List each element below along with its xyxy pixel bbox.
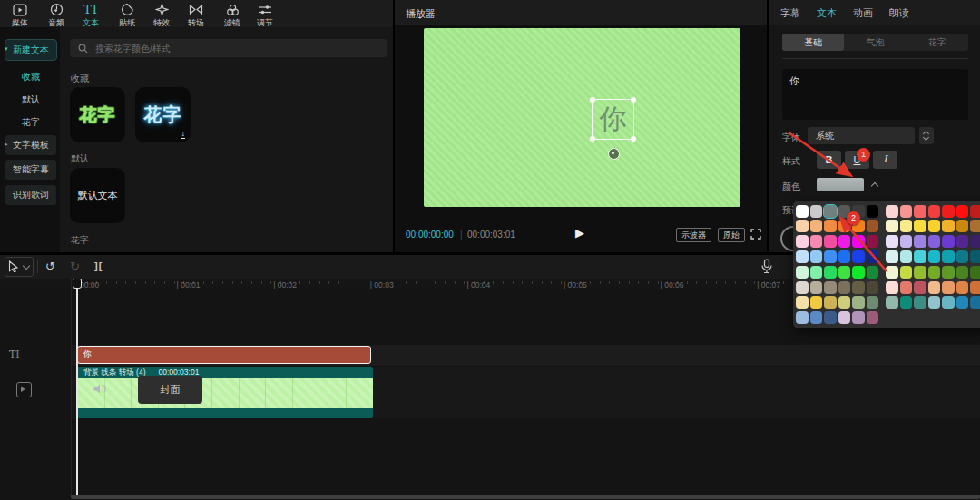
selection-handle[interactable] [631, 97, 636, 103]
tab-animation[interactable]: 动画 [853, 6, 873, 20]
palette-swatch[interactable] [852, 311, 865, 324]
palette-swatch[interactable] [867, 235, 879, 248]
palette-swatch[interactable] [956, 281, 969, 294]
palette-swatch[interactable] [838, 281, 851, 294]
text-clip[interactable]: 你 [77, 346, 371, 364]
playhead-line[interactable] [76, 287, 78, 495]
sidebar-item-favorites[interactable]: 收藏 [5, 67, 56, 87]
tab-audio[interactable]: 音频 [38, 2, 74, 29]
original-button[interactable]: 原始 [718, 228, 745, 242]
tab-media[interactable]: 媒体 [2, 2, 38, 29]
palette-swatch[interactable] [914, 281, 926, 294]
bold-button[interactable]: B [817, 151, 841, 169]
track-toggle-icon[interactable] [16, 382, 32, 397]
palette-swatch[interactable] [900, 220, 913, 232]
selection-handle[interactable] [631, 136, 636, 142]
palette-swatch[interactable] [838, 250, 851, 263]
palette-swatch[interactable] [956, 235, 969, 248]
palette-swatch[interactable] [886, 296, 898, 309]
font-dropdown[interactable]: 系统 [808, 127, 915, 144]
font-stepper[interactable] [919, 127, 934, 144]
tab-effects[interactable]: 特效 [143, 2, 180, 29]
palette-swatch[interactable] [900, 235, 913, 248]
palette-swatch[interactable] [956, 296, 969, 309]
palette-swatch[interactable] [928, 235, 941, 248]
palette-swatch[interactable] [810, 266, 823, 279]
split-button[interactable]: ][ [94, 258, 103, 274]
palette-swatch[interactable] [852, 266, 865, 279]
palette-swatch[interactable] [956, 220, 969, 232]
palette-swatch[interactable] [900, 296, 913, 309]
palette-swatch[interactable] [824, 250, 837, 263]
palette-swatch[interactable] [824, 220, 837, 232]
palette-swatch[interactable] [852, 250, 865, 263]
palette-swatch[interactable] [810, 281, 823, 294]
tab-sticker[interactable]: 贴纸 [109, 2, 145, 29]
tab-text-props[interactable]: 文本 [817, 6, 837, 20]
palette-swatch[interactable] [886, 266, 898, 279]
select-tool-button[interactable] [5, 257, 34, 277]
palette-swatch[interactable] [852, 235, 865, 248]
tab-text[interactable]: TI 文本 [73, 2, 109, 29]
palette-swatch[interactable] [838, 296, 851, 309]
palette-swatch[interactable] [824, 281, 837, 294]
palette-swatch[interactable] [867, 250, 879, 263]
palette-swatch[interactable] [810, 235, 823, 248]
playhead-handle[interactable] [73, 279, 82, 289]
palette-swatch[interactable] [914, 296, 926, 309]
palette-swatch[interactable] [928, 281, 941, 294]
palette-swatch[interactable] [824, 266, 837, 279]
palette-swatch[interactable] [942, 296, 955, 309]
scope-button[interactable]: 示波器 [676, 228, 711, 242]
search-box[interactable] [70, 39, 387, 57]
search-input[interactable] [93, 43, 369, 54]
fullscreen-icon[interactable] [750, 229, 761, 240]
palette-swatch[interactable] [970, 281, 980, 294]
palette-swatch[interactable] [867, 296, 879, 309]
palette-swatch[interactable] [900, 266, 913, 279]
palette-swatch[interactable] [838, 235, 851, 248]
horizontal-scrollbar[interactable] [71, 495, 980, 499]
palette-swatch[interactable] [956, 266, 969, 279]
palette-swatch[interactable] [970, 205, 980, 218]
selection-handle[interactable] [590, 97, 595, 103]
video-preview[interactable]: 你 [424, 28, 740, 207]
palette-swatch[interactable] [942, 205, 955, 218]
palette-swatch[interactable] [886, 250, 898, 263]
default-text-card[interactable]: 默认文本 [70, 168, 125, 223]
speaker-icon[interactable] [93, 382, 107, 396]
palette-swatch[interactable] [796, 220, 808, 232]
palette-swatch[interactable] [956, 205, 969, 218]
text-content-field[interactable]: 你 [782, 69, 968, 120]
rotate-handle-icon[interactable] [608, 148, 620, 160]
selection-handle[interactable] [590, 136, 595, 142]
sidebar-item-huazi[interactable]: 花字 [5, 113, 56, 132]
tab-filter[interactable]: 滤镜 [214, 2, 250, 29]
palette-swatch[interactable] [824, 205, 837, 218]
microphone-icon[interactable] [760, 259, 773, 274]
palette-swatch[interactable] [970, 296, 980, 309]
palette-swatch[interactable] [914, 220, 926, 232]
palette-swatch[interactable] [970, 266, 980, 279]
palette-swatch[interactable] [942, 281, 955, 294]
color-chevron-up-icon[interactable] [868, 178, 881, 191]
palette-swatch[interactable] [928, 220, 941, 232]
palette-swatch[interactable] [852, 281, 865, 294]
palette-swatch[interactable] [796, 205, 808, 218]
palette-swatch[interactable] [914, 235, 926, 248]
italic-button[interactable]: I [873, 151, 897, 169]
subtab-huazi[interactable]: 花字 [906, 34, 968, 51]
palette-swatch[interactable] [942, 250, 955, 263]
subtab-bubble[interactable]: 气泡 [844, 34, 906, 51]
huazi-card-blue[interactable]: 花字 ↓ [135, 87, 191, 142]
palette-swatch[interactable] [796, 250, 808, 263]
palette-swatch[interactable] [867, 311, 879, 324]
palette-swatch[interactable] [838, 311, 851, 324]
palette-swatch[interactable] [796, 311, 808, 324]
palette-swatch[interactable] [970, 235, 980, 248]
huazi-card-green[interactable]: 花字 [70, 87, 125, 142]
palette-swatch[interactable] [810, 311, 823, 324]
palette-swatch[interactable] [810, 205, 823, 218]
play-button[interactable]: ▶ [575, 226, 584, 240]
video-clip[interactable]: 背景 线条 转场 (4) 00:00:03:01 [77, 367, 373, 418]
